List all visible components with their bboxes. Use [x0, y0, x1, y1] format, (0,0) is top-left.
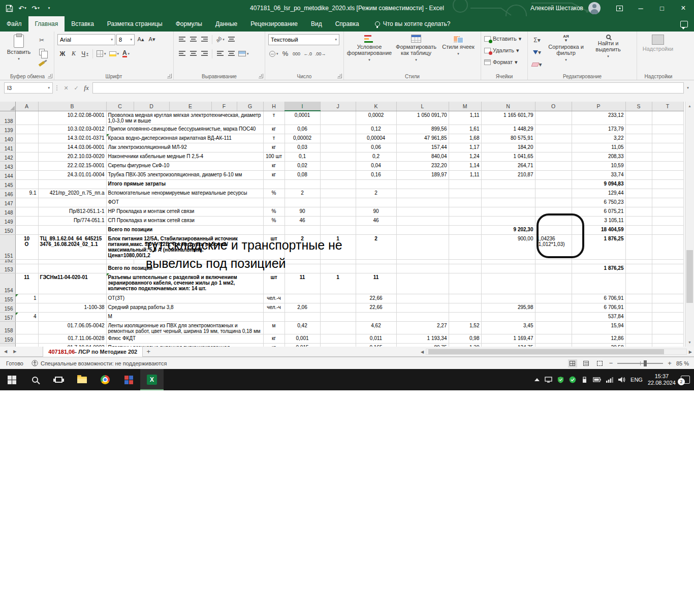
cell-A139[interactable]	[15, 125, 38, 134]
save-button[interactable]	[3, 2, 15, 15]
cell-N141[interactable]: 184,20	[481, 143, 535, 152]
cell-T156[interactable]	[652, 303, 683, 312]
cell-K154[interactable]: 11	[356, 273, 396, 294]
comments-button[interactable]	[680, 16, 694, 32]
cell-T158[interactable]	[652, 321, 683, 334]
row-header-146[interactable]: 146	[0, 189, 15, 198]
column-header-P[interactable]: P	[572, 102, 625, 111]
cell-J141[interactable]	[320, 143, 356, 152]
cell-A155[interactable]: 1	[15, 294, 38, 303]
cell-S141[interactable]	[625, 143, 652, 152]
cell-K144[interactable]: 0,16	[356, 170, 396, 179]
cell-K155[interactable]: 22,66	[356, 294, 396, 303]
cell-I140[interactable]: 0,00002	[285, 134, 320, 143]
cell-J138[interactable]	[320, 111, 356, 125]
cell-M156[interactable]	[449, 303, 481, 312]
cell-N157[interactable]	[481, 312, 535, 321]
cell-S160[interactable]	[625, 343, 652, 347]
cell-T159[interactable]	[652, 334, 683, 343]
cell-T160[interactable]	[652, 343, 683, 347]
cell-M143[interactable]: 1,14	[449, 161, 481, 170]
cell-M147[interactable]	[449, 198, 481, 207]
cell-M150[interactable]	[449, 225, 481, 234]
sort-filter-button[interactable]: АЯ▼ Сортировка и фильтр ▾	[545, 34, 587, 72]
row-header-149[interactable]: 149	[0, 216, 15, 225]
cell-I145[interactable]	[285, 179, 320, 189]
cell-N142[interactable]: 1 041,65	[481, 152, 535, 161]
cell-B154[interactable]: ГЭСНм11-04-020-01	[38, 273, 106, 294]
cell-H139[interactable]: кг	[263, 125, 285, 134]
cell-O154[interactable]	[535, 273, 572, 294]
network-icon[interactable]	[606, 377, 613, 383]
cell-N139[interactable]: 1 448,29	[481, 125, 535, 134]
cell-P143[interactable]: 10,59	[572, 161, 625, 170]
align-middle-button[interactable]	[188, 34, 198, 45]
cell-B152[interactable]	[38, 259, 106, 264]
bold-button[interactable]: Ж	[57, 48, 68, 59]
format-painter-button[interactable]	[36, 58, 48, 69]
row-header-152[interactable]: 152	[0, 259, 15, 264]
cell-P149[interactable]: 3 105,11	[572, 216, 625, 225]
cell-P142[interactable]: 208,33	[572, 152, 625, 161]
cell-A138[interactable]	[15, 111, 38, 125]
cell-A153[interactable]	[15, 264, 38, 273]
action-center-button[interactable]: 2	[681, 376, 690, 384]
cell-P154[interactable]	[572, 273, 625, 294]
ribbon-tab-Файл[interactable]: Файл	[0, 16, 28, 32]
accounting-format-button[interactable]: ▾	[268, 48, 279, 59]
cell-A144[interactable]	[15, 170, 38, 179]
cell-L142[interactable]: 840,04	[396, 152, 449, 161]
cell-S158[interactable]	[625, 321, 652, 334]
cell-I142[interactable]: 0,1	[285, 152, 320, 161]
cell-L154[interactable]	[396, 273, 449, 294]
cell-A158[interactable]	[15, 321, 38, 334]
cell-B138[interactable]: 10.2.02.08-0001	[38, 111, 106, 125]
column-header-K[interactable]: K	[356, 102, 396, 111]
cell-L150[interactable]	[396, 225, 449, 234]
scroll-down-button[interactable]: ▼	[685, 338, 694, 347]
cell-H141[interactable]: кг	[263, 143, 285, 152]
cell-S144[interactable]	[625, 170, 652, 179]
cell-M140[interactable]: 1,68	[449, 134, 481, 143]
clipboard-dialog-launcher[interactable]	[48, 74, 52, 78]
font-name-select[interactable]: Arial▾	[57, 34, 115, 45]
underline-button[interactable]: Ч▾	[80, 48, 90, 59]
addins-button[interactable]: Надстройки	[640, 34, 676, 52]
cell-I148[interactable]: 90	[285, 207, 320, 216]
cell-H155[interactable]: чел.-ч	[263, 294, 285, 303]
align-right-button[interactable]	[199, 48, 209, 59]
cell-T149[interactable]	[652, 216, 683, 225]
cell-P148[interactable]: 6 075,21	[572, 207, 625, 216]
cell-K146[interactable]: 2	[356, 189, 396, 198]
cell-S138[interactable]	[625, 111, 652, 125]
cell-A147[interactable]	[15, 198, 38, 207]
cell-T143[interactable]	[652, 161, 683, 170]
cell-I150[interactable]	[285, 225, 320, 234]
cell-M149[interactable]	[449, 216, 481, 225]
cell-B143[interactable]: 22.2.02.15-0001	[38, 161, 106, 170]
sheet-tab-active[interactable]: 407181,06 - ЛСР по Методике 202	[43, 347, 143, 357]
cell-H158[interactable]: м	[263, 321, 285, 334]
tell-me-search[interactable]: Что вы хотите сделать?	[375, 16, 451, 32]
page-layout-view-button[interactable]	[582, 359, 591, 367]
cell-L143[interactable]: 232,20	[396, 161, 449, 170]
cell-K139[interactable]: 0,12	[356, 125, 396, 134]
paste-button[interactable]: Вставить ▾	[4, 34, 34, 69]
column-header-G[interactable]: G	[237, 102, 263, 111]
cell-N143[interactable]: 264,71	[481, 161, 535, 170]
row-header-158[interactable]: 158	[0, 321, 15, 334]
row-header-155[interactable]: 155	[0, 294, 15, 303]
cell-I147[interactable]	[285, 198, 320, 207]
cell-K159[interactable]: 0,011	[356, 334, 396, 343]
cell-P153[interactable]: 1 876,25	[572, 264, 625, 273]
cell-T147[interactable]	[652, 198, 683, 207]
cell-K149[interactable]: 46	[356, 216, 396, 225]
row-header-139[interactable]: 139	[0, 125, 15, 134]
cell-B142[interactable]: 20.2.10.03-0020	[38, 152, 106, 161]
cell-O156[interactable]	[535, 303, 572, 312]
cell-J159[interactable]	[320, 334, 356, 343]
cell-M148[interactable]	[449, 207, 481, 216]
column-header-M[interactable]: M	[449, 102, 481, 111]
cell-H153[interactable]	[263, 264, 285, 273]
cell-P159[interactable]: 12,86	[572, 334, 625, 343]
